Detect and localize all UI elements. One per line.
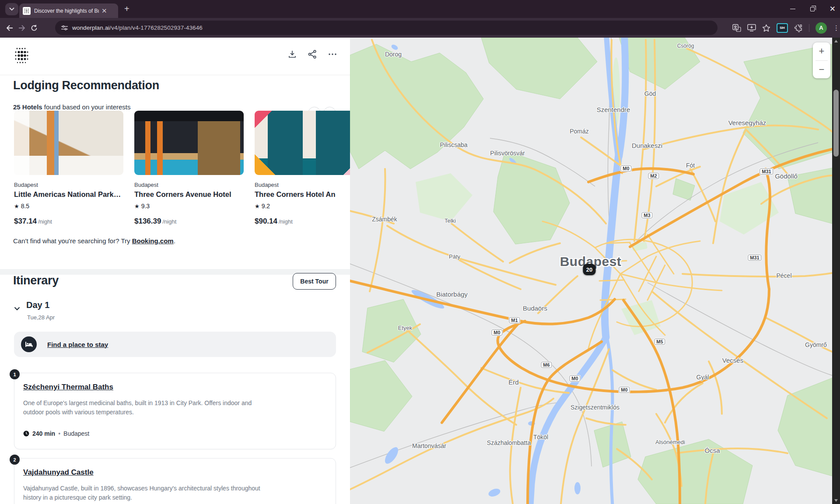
- window-restore-icon[interactable]: [810, 7, 815, 11]
- browser-tab[interactable]: Discover the highlights of Buda ✕: [19, 4, 118, 18]
- booking-link[interactable]: Booking.com: [132, 237, 174, 245]
- map-town-label[interactable]: Gödöllő: [775, 172, 798, 180]
- map-town-label[interactable]: Százhalombatta: [487, 439, 531, 446]
- map-town-label[interactable]: Szentendre: [597, 106, 630, 113]
- map-town-label[interactable]: Dunakeszi: [632, 142, 662, 149]
- map-town-label[interactable]: Pécel: [776, 272, 791, 279]
- hotel-card[interactable]: Budapest Three Corners Hotel An ★9.2 $90…: [255, 111, 350, 226]
- map-town-label[interactable]: Veresegyház: [728, 119, 766, 126]
- day-label[interactable]: Day 1: [26, 300, 49, 310]
- map-town-label[interactable]: Dorog: [385, 51, 402, 58]
- window-close-icon[interactable]: ✕: [830, 5, 836, 13]
- share-icon[interactable]: [307, 49, 318, 60]
- hotel-name[interactable]: Three Corners Hotel An: [255, 190, 350, 199]
- map-town-label[interactable]: Telki: [444, 217, 456, 224]
- plan-panel: Lodging Recommendation 25 Hotels found b…: [0, 38, 350, 504]
- hotel-city: Budapest: [255, 182, 350, 188]
- poi-count-marker[interactable]: 20: [583, 264, 596, 275]
- map-town-label[interactable]: Fót: [686, 162, 695, 169]
- download-plan-icon[interactable]: [287, 49, 298, 60]
- hotel-city: Budapest: [134, 182, 244, 188]
- stop-title-link[interactable]: Széchenyi Thermal Baths: [23, 383, 113, 392]
- map-town-label[interactable]: Pomáz: [570, 128, 589, 135]
- hotel-card[interactable]: Budapest Three Corners Avenue Hotel ★9.3…: [134, 111, 244, 226]
- forward-button[interactable]: [16, 22, 28, 34]
- tab-search-button[interactable]: [5, 3, 18, 15]
- map-town-label[interactable]: Páty: [449, 253, 460, 260]
- tab-title: Discover the highlights of Buda: [34, 8, 99, 14]
- url-text[interactable]: wonderplan.ai/v4/plan/v4-1776282502937-4…: [72, 24, 203, 31]
- stop-meta: 240 min • Budapest: [23, 430, 89, 437]
- itinerary-section-title: Itinerary: [13, 274, 59, 287]
- map-town-label[interactable]: Vecsés: [722, 357, 743, 364]
- day-date: Tue,28 Apr: [27, 314, 55, 321]
- map-town-label[interactable]: Pilisvörösvár: [490, 150, 525, 157]
- install-app-icon[interactable]: [747, 24, 756, 32]
- site-settings-icon[interactable]: [61, 25, 68, 31]
- toolbar-right-icons: SIH A ⋮: [732, 18, 836, 38]
- hotel-photo[interactable]: [255, 111, 350, 175]
- reload-button[interactable]: [28, 22, 40, 34]
- map-town-label[interactable]: Martonvásár: [412, 442, 446, 449]
- extensions-puzzle-icon[interactable]: [794, 24, 803, 32]
- price-per-night: /night: [38, 218, 52, 225]
- window-minimize-icon[interactable]: [790, 9, 795, 9]
- hotel-rating: ★8.5: [14, 203, 123, 210]
- map-town-label[interactable]: Göd: [644, 90, 656, 97]
- zoom-in-button[interactable]: +: [813, 42, 830, 60]
- zoom-out-button[interactable]: −: [813, 61, 830, 79]
- map-town-label[interactable]: Piliscsaba: [440, 141, 467, 148]
- hotel-name[interactable]: Little Americas National Park…: [14, 190, 123, 199]
- map-town-label[interactable]: Gyömrő: [805, 341, 827, 348]
- scrollbar-thumb[interactable]: [833, 90, 839, 157]
- map-town-label[interactable]: Érd: [508, 378, 518, 386]
- road-number-badge: M0: [620, 165, 631, 172]
- rating-value: 9.3: [141, 203, 150, 210]
- map-town-label[interactable]: Ócsa: [704, 447, 720, 454]
- new-tab-button[interactable]: +: [124, 4, 130, 13]
- itinerary-stop-card[interactable]: 1 Széchenyi Thermal Baths One of Europe'…: [14, 373, 336, 449]
- map-town-label[interactable]: Tököl: [533, 434, 548, 441]
- best-tour-button[interactable]: Best Tour: [293, 273, 336, 290]
- find-stay-link[interactable]: Find a place to stay: [47, 341, 108, 348]
- hotel-photo[interactable]: [14, 111, 123, 175]
- hotel-photo[interactable]: [134, 111, 244, 175]
- bookmark-star-icon[interactable]: [762, 24, 770, 32]
- road-number-badge: M31: [760, 168, 773, 175]
- hotel-card[interactable]: Budapest Little Americas National Park… …: [14, 111, 123, 226]
- map-town-label[interactable]: Gyál: [696, 374, 709, 381]
- sih-extension-icon[interactable]: SIH: [777, 23, 788, 33]
- map-canvas[interactable]: DorogCsörögGödSzentendreVeresegyházPomáz…: [350, 38, 832, 504]
- back-button[interactable]: [4, 22, 16, 34]
- map-zoom-controls: + −: [813, 42, 830, 78]
- map-town-label[interactable]: Etyek: [398, 325, 413, 331]
- tab-close-icon[interactable]: ✕: [102, 7, 107, 14]
- hotel-name[interactable]: Three Corners Avenue Hotel: [134, 190, 244, 199]
- map-town-label[interactable]: Alsónémedi: [655, 439, 685, 445]
- hotel-rating: ★9.2: [255, 203, 350, 210]
- map-town-label[interactable]: Csörög: [677, 43, 694, 49]
- booking-suffix: .: [174, 237, 175, 245]
- browser-menu-icon[interactable]: ⋮: [833, 27, 836, 29]
- more-options-icon[interactable]: [327, 49, 338, 60]
- url-bar[interactable]: wonderplan.ai/v4/plan/v4-1776282502937-4…: [55, 21, 718, 35]
- road-number-badge: M0: [491, 329, 502, 336]
- hotel-count-suffix: found based on your interests: [42, 103, 131, 111]
- translate-icon[interactable]: [732, 24, 741, 32]
- wonderplan-logo-icon[interactable]: [13, 46, 32, 66]
- day-collapse-toggle[interactable]: [14, 304, 20, 312]
- lodging-section-title: Lodging Recommendation: [13, 79, 159, 92]
- scroll-up-arrow-icon[interactable]: [834, 40, 838, 42]
- itinerary-stop-card[interactable]: 2 Vajdahunyad Castle Vajdahunyad Castle,…: [14, 458, 336, 504]
- bed-icon: [21, 336, 37, 352]
- map-town-label[interactable]: Budaörs: [523, 304, 547, 312]
- scroll-down-arrow-icon[interactable]: [834, 499, 838, 502]
- map-town-label[interactable]: Biatorbágy: [436, 290, 468, 298]
- rating-value: 9.2: [262, 203, 270, 210]
- map-town-label[interactable]: Zsámbék: [372, 216, 397, 223]
- profile-avatar[interactable]: A: [816, 22, 827, 34]
- page-scrollbar[interactable]: [832, 38, 840, 504]
- stop-location: Budapest: [63, 430, 89, 437]
- stop-title-link[interactable]: Vajdahunyad Castle: [23, 468, 94, 477]
- map-town-label[interactable]: Szigetszentmiklós: [570, 404, 620, 411]
